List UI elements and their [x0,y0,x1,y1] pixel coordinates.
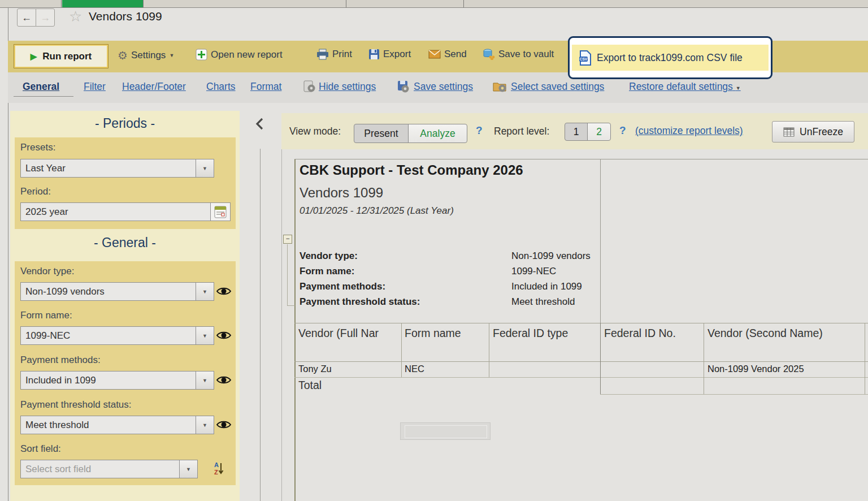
report-level-help-icon[interactable]: ? [619,124,626,137]
column-header-vendor-full-name[interactable]: Vendor (Full Nar [298,327,400,340]
table-column-border [401,323,402,377]
tab-filter[interactable]: Filter [84,81,106,93]
page-title: Vendors 1099 [89,10,162,23]
unfreeze-button[interactable]: UnFreeze [772,121,854,142]
back-button[interactable]: ← [17,8,36,27]
export-button[interactable]: Export [368,49,411,60]
report-title: Vendors 1099 [300,185,383,201]
svg-text:CSV: CSV [580,57,588,61]
presets-select[interactable] [20,159,196,178]
param-label: Form name: [300,266,354,277]
cell-form-name[interactable]: NEC [405,364,424,374]
outline-bracket-tick [287,305,295,306]
cell-vendor-full-name[interactable]: Tony Zu [298,364,332,374]
vendor-type-label: Vendor type: [20,266,74,277]
payment-threshold-dropdown-button[interactable]: ▼ [196,416,214,434]
hide-settings-link[interactable]: Hide settings [319,81,376,93]
run-report-button[interactable]: ▶ Run report [14,44,108,68]
cell-vendor-second-name[interactable]: Non-1099 Vendor 2025 [708,364,804,374]
tab-general[interactable]: General [23,81,59,93]
payment-methods-label: Payment methods: [20,355,101,366]
chevron-down-icon: ▼ [736,85,741,91]
active-tab-indicator[interactable] [62,0,144,7]
send-button[interactable]: Send [428,49,467,60]
save-settings-icon [397,80,410,93]
collapse-sidebar-chevron[interactable] [255,118,264,130]
form-name-select[interactable] [20,326,196,345]
tab-charts[interactable]: Charts [206,81,236,93]
sort-az-button[interactable]: AZ [211,461,225,479]
customize-report-levels-link[interactable]: (customize report levels) [635,125,743,137]
column-header-form-name[interactable]: Form name [405,327,487,340]
play-icon: ▶ [31,51,37,62]
eye-icon [216,375,231,385]
period-label: Period: [20,186,51,197]
payment-threshold-label: Payment threshold status: [20,399,132,411]
table-column-border [704,323,704,394]
payment-methods-select[interactable] [20,371,196,390]
tab-format[interactable]: Format [250,81,281,93]
period-input[interactable] [20,202,211,221]
browser-tab-strip [0,0,868,8]
active-tab-underline [14,96,73,97]
settings-menu-button[interactable]: ⚙ Settings ▼ [118,49,174,62]
view-mode-analyze-button[interactable]: Analyze [408,124,467,143]
form-name-dropdown-button[interactable]: ▼ [196,326,214,345]
sort-field-dropdown-button[interactable]: ▼ [179,460,198,478]
save-settings-link[interactable]: Save settings [414,81,473,93]
select-saved-settings-icon [493,80,507,93]
column-header-federal-id-type[interactable]: Federal ID type [493,327,598,340]
report-level-1-button[interactable]: 1 [565,123,588,141]
form-name-visibility-button[interactable] [216,330,231,342]
favorite-star-icon[interactable]: ☆ [69,8,82,25]
save-to-vault-button[interactable]: Save to vault [483,49,554,60]
payment-methods-dropdown-button[interactable]: ▼ [196,371,214,390]
splitter-handle[interactable] [260,149,261,501]
payment-threshold-visibility-button[interactable] [216,420,231,431]
report-pager-placeholder[interactable] [400,422,491,440]
payment-threshold-select[interactable] [20,416,196,434]
vendor-type-dropdown-button[interactable]: ▼ [196,282,214,301]
tab-header-footer[interactable]: Header/Footer [122,81,186,93]
chevron-down-icon: ▼ [186,467,191,472]
report-panel-border [281,149,282,501]
print-button[interactable]: Print [316,49,352,60]
payment-methods-visibility-button[interactable] [216,375,231,387]
presets-label: Presets: [20,142,55,153]
general-heading: - General - [10,235,240,250]
hide-settings-icon [303,80,316,93]
select-saved-settings-link[interactable]: Select saved settings [511,81,604,93]
tab-divider [346,0,346,7]
periods-heading: - Periods - [10,116,240,131]
report-level-2-button[interactable]: 2 [587,123,611,141]
chevron-down-icon: ▼ [202,289,207,295]
period-calendar-button[interactable] [210,202,231,221]
report-pager-inner [405,425,487,438]
new-report-plus-icon [196,49,207,61]
chevron-down-icon: ▼ [202,378,207,383]
vendor-type-visibility-button[interactable] [216,286,231,298]
report-period-range: 01/01/2025 - 12/31/2025 (Last Year) [300,205,454,217]
column-header-vendor-second-name[interactable]: Vendor (Second Name) [708,327,863,340]
table-column-border [600,323,601,394]
table-column-border [865,323,865,394]
forward-button[interactable]: → [36,8,55,27]
outline-collapse-toggle[interactable]: − [283,235,292,244]
svg-text:Z: Z [214,469,218,476]
sort-field-select[interactable] [20,460,180,478]
vendor-type-select[interactable] [20,282,196,301]
open-new-report-button[interactable]: Open new report [196,49,283,61]
back-arrow-icon: ← [21,12,32,24]
presets-dropdown-button[interactable]: ▼ [196,159,214,178]
view-mode-present-button[interactable]: Present [354,124,409,143]
table-border [294,323,868,323]
restore-default-settings-link[interactable]: Restore default settings ▼ [629,81,741,93]
view-mode-help-icon[interactable]: ? [476,124,483,137]
table-border [600,394,868,395]
printer-icon [316,49,329,60]
table-column-border [489,323,489,377]
export-track1099-button[interactable]: CSV Export to track1099.com CSV file [568,36,772,79]
sort-field-label: Sort field: [20,443,61,455]
tab-divider [143,0,144,7]
column-header-federal-id-no[interactable]: Federal ID No. [604,327,701,340]
